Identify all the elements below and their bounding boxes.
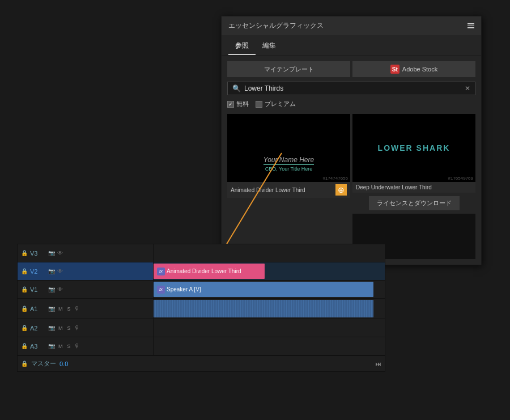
timeline-tracks: 🔒 V3 📷 👁 🔒 V2 📷 👁 fx Animated Divider Lo… <box>18 244 385 371</box>
track-a3-m-btn[interactable]: M <box>57 343 64 350</box>
track-v2: 🔒 V2 📷 👁 fx Animated Divider Lower Third <box>18 262 385 281</box>
free-filter-label[interactable]: 無料 <box>227 100 249 108</box>
track-v3-eye-icon[interactable]: 👁 <box>57 250 63 256</box>
track-a2-label: A2 <box>30 325 46 332</box>
card1-thumbnail: Your Name Here CEO, Your Title Here #174… <box>227 114 350 182</box>
card2-id: #176549769 <box>448 176 474 181</box>
clip-speaker-a-label: Speaker A [V] <box>167 286 201 292</box>
track-a3-header: 🔒 A3 📷 M S 🎙 <box>18 337 154 355</box>
track-a2-mic-icon[interactable]: 🎙 <box>74 325 80 331</box>
search-bar: 🔍 ✕ <box>227 82 475 95</box>
track-v1-camera-icon[interactable]: 📷 <box>48 286 55 292</box>
track-a3-camera-icon[interactable]: 📷 <box>48 343 55 349</box>
track-a1-camera-icon[interactable]: 📷 <box>48 306 55 312</box>
track-a2: 🔒 A2 📷 M S 🎙 <box>18 319 385 337</box>
template-buttons: マイテンプレート St Adobe Stock <box>227 61 475 77</box>
panel-content: マイテンプレート St Adobe Stock 🔍 ✕ 無料 プレミアム <box>222 56 481 265</box>
template-card-2[interactable]: LOWER SHARK #176549769 Deep Underwater L… <box>352 114 475 259</box>
panel-tabs: 参照 編集 <box>222 35 481 56</box>
track-v3-label: V3 <box>30 250 46 257</box>
card2-shark-text: LOWER SHARK <box>378 143 450 152</box>
search-input[interactable] <box>244 84 461 92</box>
master-end-icon[interactable]: ⏭ <box>375 360 381 367</box>
clip-speaker-a[interactable]: fx Speaker A [V] <box>154 282 373 297</box>
tab-edit[interactable]: 編集 <box>256 39 283 55</box>
free-label-text: 無料 <box>236 100 249 108</box>
card1-id: #174747656 <box>323 176 348 181</box>
track-a1-lock[interactable]: 🔒 <box>21 306 28 312</box>
track-a3-s-btn[interactable]: S <box>66 343 72 350</box>
track-a1-mic-icon[interactable]: 🎙 <box>74 306 80 312</box>
track-v2-eye-icon[interactable]: 👁 <box>57 268 63 274</box>
track-v1-label: V1 <box>30 286 46 293</box>
track-v2-camera-icon[interactable]: 📷 <box>48 268 55 274</box>
track-a3-mic-icon[interactable]: 🎙 <box>74 343 80 349</box>
track-v1-eye-icon[interactable]: 👁 <box>57 286 63 292</box>
track-a1-content <box>154 299 385 319</box>
track-v2-content: fx Animated Divider Lower Third <box>154 262 385 280</box>
adobe-stock-button[interactable]: St Adobe Stock <box>352 61 475 77</box>
track-a2-camera-icon[interactable]: 📷 <box>48 325 55 331</box>
adobe-stock-icon: St <box>390 65 400 74</box>
card1-thumb-content: Your Name Here CEO, Your Title Here <box>264 156 314 172</box>
card1-name-text: Your Name Here <box>264 156 314 164</box>
card1-add-button[interactable]: ⊕ <box>335 184 347 196</box>
my-template-button[interactable]: マイテンプレート <box>227 61 350 77</box>
track-a3-lock[interactable]: 🔒 <box>21 343 28 349</box>
download-button-row: ライセンスとダウンロード <box>352 193 475 214</box>
track-v2-header: 🔒 V2 📷 👁 <box>18 262 154 280</box>
track-v3-camera-icon[interactable]: 📷 <box>48 250 55 256</box>
track-v3-content <box>154 244 385 262</box>
card2-label-text: Deep Underwater Lower Third <box>356 184 432 190</box>
track-v3-header: 🔒 V3 📷 👁 <box>18 244 154 262</box>
master-label: マスター <box>31 359 56 368</box>
search-clear-button[interactable]: ✕ <box>465 84 470 92</box>
fx-badge-v1: fx <box>157 286 165 294</box>
search-icon: 🔍 <box>232 84 241 92</box>
premium-checkbox[interactable] <box>256 101 262 108</box>
track-a1: 🔒 A1 📷 M S 🎙 <box>18 299 385 319</box>
panel-title: エッセンシャルグラフィックス <box>228 21 324 31</box>
track-a2-m-btn[interactable]: M <box>57 325 64 332</box>
panel-title-text: エッセンシャルグラフィックス <box>228 21 324 31</box>
card1-label-row: Animated Divider Lower Third ⊕ <box>227 182 350 198</box>
track-a1-s-btn[interactable]: S <box>66 306 72 312</box>
track-a2-s-btn[interactable]: S <box>66 325 72 332</box>
track-v2-lock[interactable]: 🔒 <box>21 268 28 274</box>
card1-title-text: CEO, Your Title Here <box>264 164 314 172</box>
timeline-panel: 🔒 V3 📷 👁 🔒 V2 📷 👁 fx Animated Divider Lo… <box>17 244 385 372</box>
master-row: 🔒 マスター 0.0 ⏭ <box>18 355 385 371</box>
fx-badge-v2: fx <box>157 268 165 275</box>
master-value: 0.0 <box>60 360 68 367</box>
track-a2-lock[interactable]: 🔒 <box>21 325 28 331</box>
track-v1-lock[interactable]: 🔒 <box>21 286 28 292</box>
premium-filter-label[interactable]: プレミアム <box>256 100 296 108</box>
track-a1-header: 🔒 A1 📷 M S 🎙 <box>18 299 154 319</box>
essential-graphics-panel: エッセンシャルグラフィックス 参照 編集 マイテンプレート St Adobe S… <box>221 16 482 265</box>
free-checkbox[interactable] <box>227 101 234 108</box>
clip-animated-divider[interactable]: fx Animated Divider Lower Third <box>154 264 265 279</box>
track-v1-header: 🔒 V1 📷 👁 <box>18 281 154 298</box>
card1-label-text: Animated Divider Lower Third <box>231 187 305 193</box>
track-a3: 🔒 A3 📷 M S 🎙 <box>18 337 385 355</box>
track-v1: 🔒 V1 📷 👁 fx Speaker A [V] <box>18 281 385 299</box>
master-lock[interactable]: 🔒 <box>21 360 28 367</box>
panel-menu-icon[interactable] <box>468 23 474 28</box>
track-v1-content: fx Speaker A [V] <box>154 281 385 298</box>
track-a3-label: A3 <box>30 343 46 350</box>
track-v3-lock[interactable]: 🔒 <box>21 250 28 256</box>
card2-thumb-content: LOWER SHARK <box>378 143 450 152</box>
premium-label-text: プレミアム <box>265 100 296 108</box>
download-button[interactable]: ライセンスとダウンロード <box>369 196 460 210</box>
tab-browse[interactable]: 参照 <box>228 39 256 55</box>
track-a1-label: A1 <box>30 306 46 312</box>
adobe-stock-label: Adobe Stock <box>402 66 437 73</box>
track-a1-m-btn[interactable]: M <box>57 306 64 312</box>
audio-waveform <box>154 300 373 317</box>
template-grid: Your Name Here CEO, Your Title Here #174… <box>227 114 475 259</box>
filter-row: 無料 プレミアム <box>227 100 475 108</box>
card1-add-icon: ⊕ <box>338 185 345 194</box>
template-card-1[interactable]: Your Name Here CEO, Your Title Here #174… <box>227 114 350 259</box>
clip-a1-audio[interactable] <box>154 300 373 317</box>
track-v3: 🔒 V3 📷 👁 <box>18 244 385 262</box>
